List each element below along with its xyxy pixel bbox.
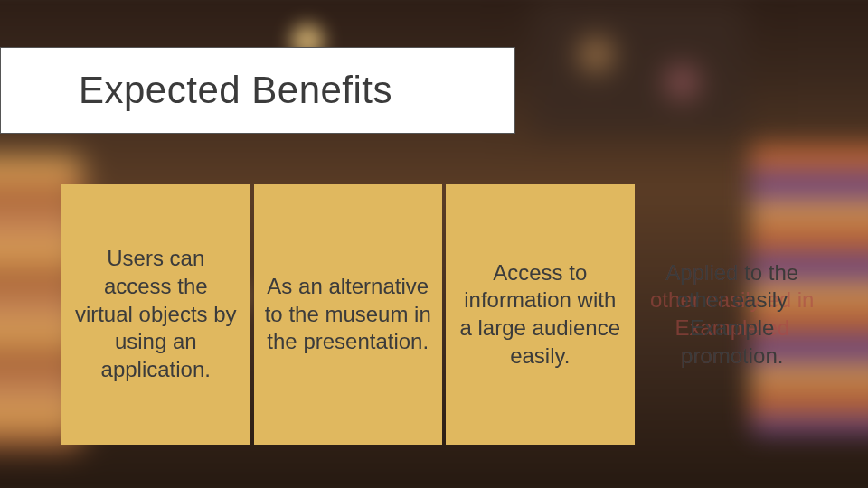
slide-title: Expected Benefits: [79, 69, 392, 112]
benefit-text-1: Users can access the virtual objects by …: [72, 245, 240, 384]
benefit-card-4: Applied to the other easily ed in Exampl…: [638, 184, 827, 445]
benefit-card-2: As an alternative to the museum in the p…: [254, 184, 443, 445]
benefit-text-3: Access to information with a large audie…: [457, 259, 624, 371]
benefit-card-3: Access to information with a large audie…: [446, 184, 635, 445]
benefits-row: Users can access the virtual objects by …: [61, 184, 826, 445]
benefit-text-4: Applied to the other easily Example prom…: [649, 259, 816, 371]
title-box: Expected Benefits: [0, 47, 515, 134]
benefit-text-2: As an alternative to the museum in the p…: [265, 273, 432, 356]
benefit-card-1: Users can access the virtual objects by …: [61, 184, 250, 445]
